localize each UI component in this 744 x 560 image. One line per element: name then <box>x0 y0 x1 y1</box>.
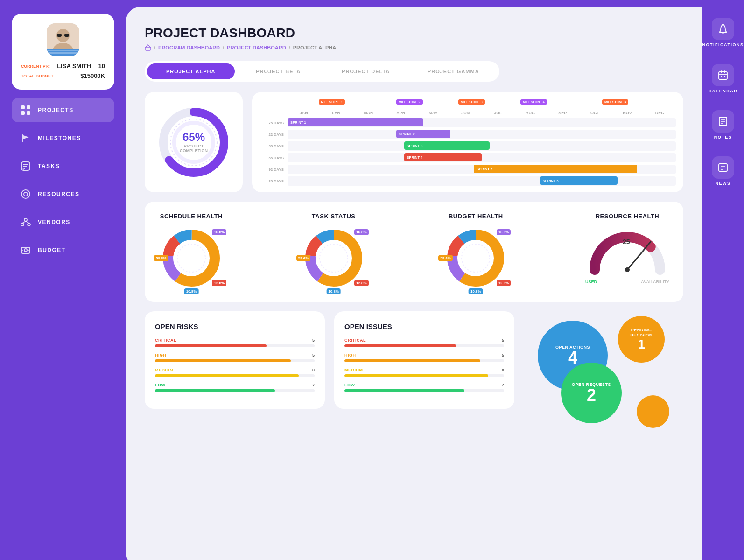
sidebar-item-resources[interactable]: RESOURCES <box>12 182 114 206</box>
profile-budget-row: TOTAL BUDGET $15000K <box>21 72 105 79</box>
tab-project-alpha[interactable]: PROJECT ALPHA <box>147 63 235 79</box>
bottom-row: OPEN RISKS CRITICAL 5 HIGH 5 <box>145 311 683 433</box>
sidebar-item-vendors[interactable]: VENDORS <box>12 210 114 234</box>
completion-donut: 65% PROJECTCOMPLETION <box>156 105 231 180</box>
risk-low-bar <box>155 389 275 392</box>
issues-medium-value: 8 <box>502 368 504 372</box>
svg-rect-13 <box>27 111 30 115</box>
completion-donut-card: 65% PROJECTCOMPLETION <box>145 92 243 192</box>
month-oct: OCT <box>579 111 611 115</box>
right-item-news[interactable]: NEWS <box>702 148 744 194</box>
task-status-title: TASK STATUS <box>312 213 356 220</box>
issues-critical-label: CRITICAL <box>344 338 366 343</box>
month-feb: FEB <box>320 111 352 115</box>
issues-high-row: HIGH 5 <box>344 353 504 362</box>
risk-critical-value: 5 <box>312 338 315 343</box>
right-item-notifications[interactable]: NOTIFICATIONS <box>702 9 744 56</box>
sprint2-bar: SPRINT 2 <box>396 130 450 138</box>
month-sep: SEP <box>547 111 579 115</box>
bell-icon <box>717 23 729 35</box>
sidebar-item-budget[interactable]: BUDGET <box>12 238 114 262</box>
budget-label: BUDGET <box>38 247 66 253</box>
month-dec: DEC <box>644 111 676 115</box>
calendar-icon <box>717 70 729 81</box>
sidebar-item-tasks[interactable]: TASKS <box>12 154 114 178</box>
month-nov: NOV <box>611 111 643 115</box>
milestone-4-tag: MILESTONE 4 <box>520 99 547 105</box>
svg-rect-59 <box>719 72 727 79</box>
svg-rect-10 <box>21 105 25 109</box>
main-content: PROJECT DASHBOARD / PROGRAM DASHBOARD / … <box>126 7 702 560</box>
svg-point-57 <box>625 267 630 272</box>
svg-rect-5 <box>64 34 69 37</box>
issues-medium-bar <box>344 374 488 377</box>
sidebar-item-milestones[interactable]: MILESTONES <box>12 126 114 150</box>
svg-rect-64 <box>724 76 725 77</box>
pending-decision-bubble: PENDINGDECISION 1 <box>618 316 665 363</box>
tab-project-beta[interactable]: PROJECT BETA <box>235 63 323 79</box>
page-title: PROJECT DASHBOARD <box>145 26 683 41</box>
tab-project-gamma[interactable]: PROJECT GAMMA <box>410 63 498 79</box>
schedule-health: SCHEDULE HEALTH <box>159 213 224 291</box>
risk-high-label: HIGH <box>155 353 167 357</box>
tasks-icon <box>20 161 31 172</box>
news-label: NEWS <box>716 181 731 186</box>
svg-line-25 <box>26 221 29 223</box>
risk-critical-label: CRITICAL <box>155 338 176 343</box>
month-may: MAY <box>417 111 449 115</box>
svg-point-47 <box>316 240 351 276</box>
resource-gauge: 25 USED AVAILABILITY <box>585 225 669 277</box>
budget-health-title: BUDGET HEALTH <box>449 213 503 220</box>
month-apr: APR <box>385 111 417 115</box>
issues-low-label: LOW <box>344 383 355 387</box>
open-risks-title: OPEN RISKS <box>155 322 315 330</box>
gantt-rows: 75 DAYS SPRINT 1 22 DAYS SPRINT 2 55 DAY… <box>260 118 676 186</box>
right-sidebar: NOTIFICATIONS CALENDAR NOTES <box>702 0 744 560</box>
risk-medium-value: 8 <box>312 368 315 372</box>
svg-point-21 <box>24 218 27 221</box>
issues-medium-row: MEDIUM 8 <box>344 368 504 377</box>
milestone-1-tag: MILESTONE 1 <box>319 99 345 105</box>
task-status: TASK STATUS 16.8% 12.8% 10.8% 59.6% <box>301 213 366 291</box>
gantt-row-sprint2: 22 DAYS SPRINT 2 <box>260 130 676 139</box>
open-risks-card: OPEN RISKS CRITICAL 5 HIGH 5 <box>145 311 325 409</box>
svg-point-40 <box>174 240 209 276</box>
risk-high-bar <box>155 359 291 362</box>
notes-label: NOTES <box>714 135 732 140</box>
breadcrumb-project-dash[interactable]: PROJECT DASHBOARD <box>227 45 286 50</box>
task-donut: 16.8% 12.8% 10.8% 59.6% <box>301 225 366 291</box>
current-project-label: CURRENT PR: <box>21 64 50 69</box>
tab-project-delta[interactable]: PROJECT DELTA <box>322 63 410 79</box>
home-icon <box>145 44 151 51</box>
pending-value: 1 <box>638 338 645 351</box>
right-item-notes[interactable]: NOTES <box>702 102 744 148</box>
resources-label: RESOURCES <box>38 191 80 197</box>
projects-icon <box>20 105 31 116</box>
sprint5-bar: SPRINT 5 <box>474 165 637 173</box>
gantt-row-sprint4: 55 DAYS SPRINT 4 <box>260 153 676 162</box>
right-item-calendar[interactable]: CALENDAR <box>702 56 744 102</box>
news-icon <box>717 162 729 173</box>
milestone-2-tag: MILESTONE 2 <box>396 99 423 105</box>
svg-rect-11 <box>27 105 30 109</box>
budget-icon <box>20 245 31 256</box>
gantt-row-sprint3: 55 DAYS SPRINT 3 <box>260 141 676 151</box>
profile-info: CURRENT PR: LISA SMITH 10 TOTAL BUDGET $… <box>21 63 105 79</box>
open-requests-bubble: OPEN REQUESTS 2 <box>561 363 622 423</box>
sidebar-item-projects[interactable]: PROJECTS <box>12 98 114 122</box>
notifications-label: NOTIFICATIONS <box>702 42 744 47</box>
milestone-3-tag: MILESTONE 3 <box>458 99 485 105</box>
svg-rect-9 <box>47 52 79 54</box>
risk-critical-row: CRITICAL 5 <box>155 338 315 347</box>
notes-icon-circle <box>712 110 734 133</box>
breadcrumb-program[interactable]: PROGRAM DASHBOARD <box>158 45 220 50</box>
left-sidebar: CURRENT PR: LISA SMITH 10 TOTAL BUDGET $… <box>0 0 126 560</box>
extra-bubble <box>637 395 669 428</box>
svg-text:25: 25 <box>623 238 630 245</box>
nav-menu: PROJECTS MILESTONES TASKS <box>12 98 114 262</box>
gauge-used-label: USED <box>585 280 597 284</box>
notifications-icon-circle <box>712 18 734 40</box>
risk-medium-row: MEDIUM 8 <box>155 368 315 377</box>
sprint3-bar: SPRINT 3 <box>404 141 490 150</box>
svg-point-23 <box>28 223 30 226</box>
